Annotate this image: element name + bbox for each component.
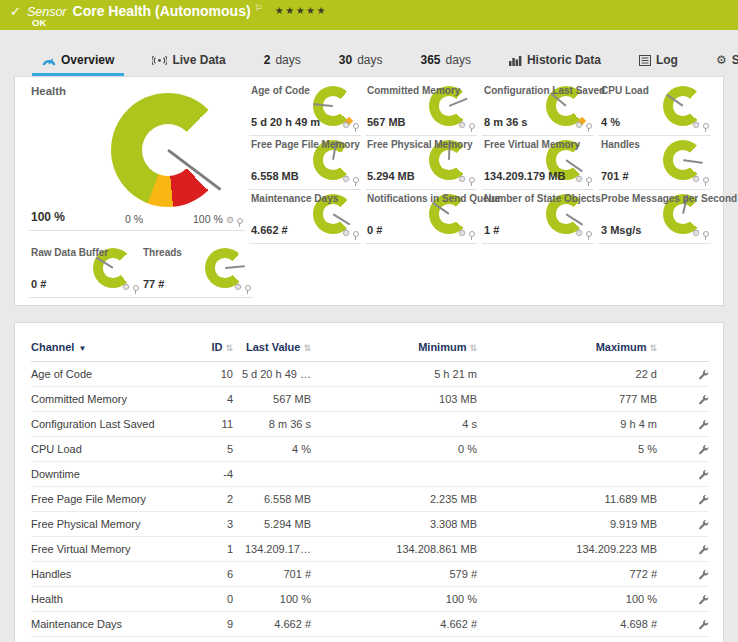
gauge-tile-probe-messages-per-second[interactable]: Probe Messages per Second 3 Msg/s ⚙ — [599, 191, 711, 244]
table-row[interactable]: Notifications in Send Queue 13 0 # 0 # 0… — [31, 637, 709, 642]
edit-channel-icon[interactable] — [698, 443, 709, 455]
column-header-channel[interactable]: Channel▼ — [31, 335, 181, 362]
pin-icon[interactable] — [245, 285, 251, 291]
gear-icon[interactable]: ⚙ — [342, 175, 350, 184]
gauge-tile-health[interactable]: Health 0 % 100 % 100 % ⚙ — [29, 83, 245, 231]
tab-30-days[interactable]: 30 days — [329, 53, 393, 76]
gear-icon[interactable]: ⚙ — [575, 121, 583, 130]
gauge-tile-free-page-file-memory[interactable]: Free Page File Memory 6.558 MB ⚙ — [249, 137, 361, 190]
table-row[interactable]: Maintenance Days 9 4.662 # 4.662 # 4.698… — [31, 612, 709, 637]
edit-channel-icon[interactable] — [698, 468, 709, 480]
channel-maximum: 0 # — [477, 637, 657, 642]
tab-log[interactable]: Log — [629, 53, 688, 76]
pin-icon[interactable] — [469, 123, 475, 129]
pin-icon[interactable] — [353, 123, 359, 129]
table-row[interactable]: Downtime -4 — [31, 462, 709, 487]
table-row[interactable]: Free Virtual Memory 1 134.209.17… 134.20… — [31, 537, 709, 562]
column-header-last-value[interactable]: Last Value⇅ — [233, 335, 311, 362]
channel-name[interactable]: Downtime — [31, 462, 181, 487]
pin-icon[interactable] — [353, 177, 359, 183]
gear-icon[interactable]: ⚙ — [122, 283, 130, 292]
channel-id: -4 — [181, 462, 233, 487]
channel-id: 3 — [181, 512, 233, 537]
gauge-tile-handles[interactable]: Handles 701 # ⚙ — [599, 137, 711, 190]
gear-icon[interactable]: ⚙ — [575, 229, 583, 238]
tab-365-days[interactable]: 365 days — [411, 53, 481, 76]
gear-icon[interactable]: ⚙ — [458, 175, 466, 184]
gear-icon[interactable]: ⚙ — [692, 121, 700, 130]
pin-icon[interactable] — [353, 231, 359, 237]
column-header-minimum[interactable]: Minimum⇅ — [311, 335, 477, 362]
gear-icon[interactable]: ⚙ — [692, 175, 700, 184]
gauge-tile-notifications-in-send-queue[interactable]: Notifications in Send Queue 0 # ⚙ — [365, 191, 477, 244]
gear-icon[interactable]: ⚙ — [692, 229, 700, 238]
channel-name[interactable]: Age of Code — [31, 362, 181, 387]
tab-overview[interactable]: Overview — [32, 53, 124, 76]
tab-2-days[interactable]: 2 days — [254, 53, 311, 76]
edit-channel-icon[interactable] — [698, 618, 709, 630]
pin-icon[interactable] — [586, 231, 592, 237]
table-row[interactable]: CPU Load 5 4 % 0 % 5 % — [31, 437, 709, 462]
channel-name[interactable]: Committed Memory — [31, 387, 181, 412]
gear-icon[interactable]: ⚙ — [575, 175, 583, 184]
edit-channel-icon[interactable] — [698, 518, 709, 530]
channel-name[interactable]: Health — [31, 587, 181, 612]
pin-icon[interactable] — [586, 123, 592, 129]
gear-icon[interactable]: ⚙ — [342, 121, 350, 130]
gear-icon[interactable]: ⚙ — [234, 283, 242, 292]
pin-icon[interactable] — [703, 123, 709, 129]
table-row[interactable]: Configuration Last Saved 11 8 m 36 s 4 s… — [31, 412, 709, 437]
table-row[interactable]: Free Physical Memory 3 5.294 MB 3.308 MB… — [31, 512, 709, 537]
gauge-tile-threads[interactable]: Threads 77 # ⚙ — [141, 245, 253, 298]
gauge-tile-number-of-state-objects[interactable]: Number of State Objects 1 # ⚙ — [482, 191, 594, 244]
column-header-maximum[interactable]: Maximum⇅ — [477, 335, 657, 362]
edit-channel-icon[interactable] — [698, 393, 709, 405]
priority-stars[interactable]: ★★★★★ — [275, 5, 327, 16]
column-header-id[interactable]: ID⇅ — [181, 335, 233, 362]
pin-icon[interactable] — [469, 231, 475, 237]
channel-name[interactable]: Free Virtual Memory — [31, 537, 181, 562]
gauge-tile-maintenance-days[interactable]: Maintenance Days 4.662 # ⚙ — [249, 191, 361, 244]
edit-channel-icon[interactable] — [698, 418, 709, 430]
gear-icon[interactable]: ⚙ — [458, 121, 466, 130]
table-row[interactable]: Committed Memory 4 567 MB 103 MB 777 MB — [31, 387, 709, 412]
pin-icon[interactable] — [703, 231, 709, 237]
edit-channel-icon[interactable] — [698, 543, 709, 555]
gauge-tile-configuration-last-saved[interactable]: Configuration Last Saved 8 m 36 s ⚙ — [482, 83, 594, 136]
channel-name[interactable]: Configuration Last Saved — [31, 412, 181, 437]
channel-name[interactable]: Free Page File Memory — [31, 487, 181, 512]
pin-icon[interactable] — [703, 177, 709, 183]
flag-icon[interactable]: ⚐ — [255, 3, 263, 13]
gauge-tile-free-physical-memory[interactable]: Free Physical Memory 5.294 MB ⚙ — [365, 137, 477, 190]
gauge-tile-raw-data-buffer[interactable]: Raw Data Buffer 0 # ⚙ — [29, 245, 141, 298]
pin-icon[interactable] — [237, 218, 243, 224]
gear-icon[interactable]: ⚙ — [342, 229, 350, 238]
gauge-tile-cpu-load[interactable]: CPU Load 4 % ⚙ — [599, 83, 711, 136]
edit-channel-icon[interactable] — [698, 593, 709, 605]
tab-live-data[interactable]: Live Data — [142, 53, 235, 76]
table-row[interactable]: Handles 6 701 # 579 # 772 # — [31, 562, 709, 587]
pin-icon[interactable] — [469, 177, 475, 183]
table-row[interactable]: Free Page File Memory 2 6.558 MB 2.235 M… — [31, 487, 709, 512]
gear-icon[interactable]: ⚙ — [226, 216, 234, 225]
channel-maximum: 772 # — [477, 562, 657, 587]
table-row[interactable]: Age of Code 10 5 d 20 h 49 … 5 h 21 m 22… — [31, 362, 709, 387]
pin-icon[interactable] — [133, 285, 139, 291]
channel-name[interactable]: Maintenance Days — [31, 612, 181, 637]
edit-channel-icon[interactable] — [698, 493, 709, 505]
gauge-tile-age-of-code[interactable]: Age of Code 5 d 20 h 49 m ⚙ — [249, 83, 361, 136]
sort-desc-icon: ▼ — [78, 344, 86, 353]
tab-settings[interactable]: ⚙ Settings — [706, 53, 738, 76]
channel-name[interactable]: Handles — [31, 562, 181, 587]
channel-name[interactable]: Free Physical Memory — [31, 512, 181, 537]
pin-icon[interactable] — [586, 177, 592, 183]
tab-historic-data[interactable]: Historic Data — [499, 53, 611, 76]
gauge-tile-free-virtual-memory[interactable]: Free Virtual Memory 134.209.179 MB ⚙ — [482, 137, 594, 190]
edit-channel-icon[interactable] — [698, 568, 709, 580]
channel-name[interactable]: Notifications in Send Queue — [31, 637, 181, 642]
table-row[interactable]: Health 0 100 % 100 % 100 % — [31, 587, 709, 612]
edit-channel-icon[interactable] — [698, 368, 709, 380]
gear-icon[interactable]: ⚙ — [458, 229, 466, 238]
channel-name[interactable]: CPU Load — [31, 437, 181, 462]
gauge-tile-committed-memory[interactable]: Committed Memory 567 MB ⚙ — [365, 83, 477, 136]
